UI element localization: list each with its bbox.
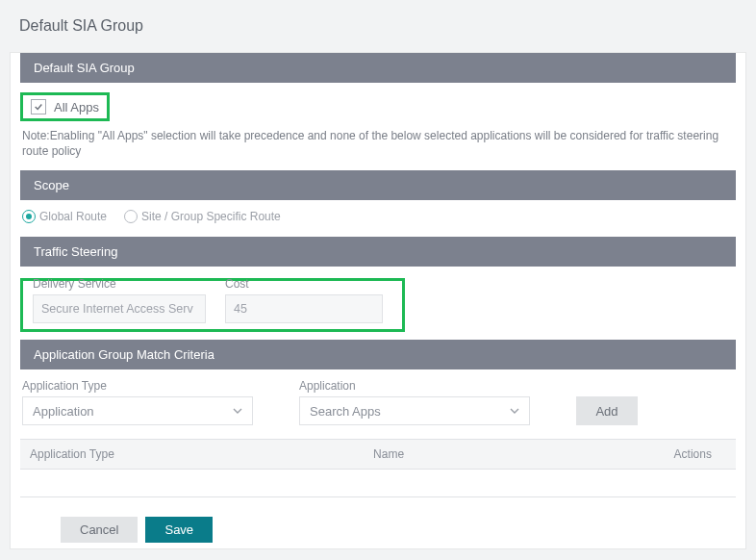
col-actions: Actions	[665, 440, 736, 470]
delivery-service-label: Delivery Service	[33, 277, 206, 291]
cost-input[interactable]	[225, 294, 383, 323]
band-scope: Scope	[20, 170, 736, 200]
scope-row: Global Route Site / Group Specific Route	[20, 210, 736, 237]
cost-field: Cost	[225, 277, 383, 323]
save-button[interactable]: Save	[145, 517, 213, 543]
all-apps-checkbox[interactable]	[31, 99, 46, 115]
app-type-label: Application Type	[22, 379, 253, 393]
application-placeholder: Search Apps	[310, 404, 381, 419]
scope-option-global[interactable]: Global Route	[22, 210, 107, 223]
cost-label: Cost	[225, 277, 383, 291]
app-type-field: Application Type Application	[22, 379, 253, 425]
config-page: Default SIA Group Default SIA Group All …	[0, 0, 756, 560]
scope-option-label: Site / Group Specific Route	[141, 210, 281, 223]
match-criteria-table: Application Type Name Actions	[20, 439, 736, 497]
application-field: Application Search Apps	[299, 379, 530, 425]
traffic-steering-highlight: Delivery Service Cost	[20, 278, 405, 332]
band-app-match: Application Group Match Criteria	[20, 340, 736, 369]
chevron-down-icon	[233, 406, 242, 416]
delivery-service-field: Delivery Service	[33, 277, 206, 323]
col-name: Name	[364, 440, 664, 470]
config-card: Default SIA Group All Apps Note:Enabling…	[10, 52, 746, 549]
table-header-row: Application Type Name Actions	[20, 440, 736, 470]
cancel-button[interactable]: Cancel	[61, 517, 138, 543]
match-criteria-row: Application Type Application Application…	[20, 379, 736, 439]
scope-option-label: Global Route	[39, 210, 107, 223]
page-title: Default SIA Group	[10, 6, 746, 48]
application-dropdown[interactable]: Search Apps	[299, 396, 530, 425]
check-icon	[34, 102, 43, 112]
scope-option-site[interactable]: Site / Group Specific Route	[124, 210, 281, 223]
app-type-dropdown[interactable]: Application	[22, 396, 253, 425]
all-apps-label: All Apps	[54, 100, 99, 115]
chevron-down-icon	[510, 406, 519, 416]
table-row	[20, 470, 736, 497]
radio-selected-icon	[22, 210, 36, 223]
col-app-type: Application Type	[20, 440, 364, 470]
application-label: Application	[299, 379, 530, 393]
band-default-sia-group: Default SIA Group	[20, 53, 736, 83]
add-button[interactable]: Add	[576, 396, 638, 425]
delivery-service-input[interactable]	[33, 294, 206, 323]
all-apps-note: Note:Enabling "All Apps" selection will …	[20, 129, 736, 170]
band-traffic-steering: Traffic Steering	[20, 237, 736, 267]
all-apps-highlight: All Apps	[20, 92, 110, 121]
app-type-value: Application	[33, 404, 94, 419]
footer-buttons: Cancel Save	[11, 507, 745, 543]
radio-unselected-icon	[124, 210, 138, 223]
